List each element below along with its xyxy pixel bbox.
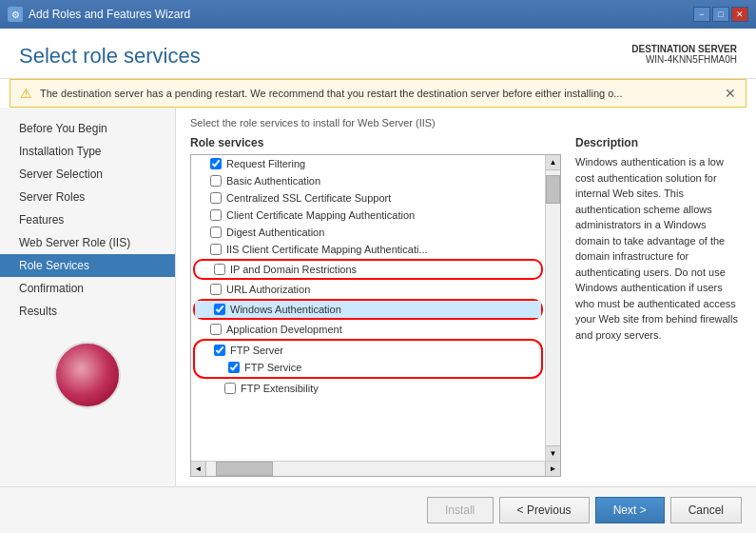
main-window: Select role services DESTINATION SERVER …	[0, 29, 756, 533]
service-label: FTP Extensibility	[241, 383, 319, 394]
title-bar: ⚙ Add Roles and Features Wizard − □ ✕	[0, 0, 756, 29]
list-item[interactable]: IIS Client Certificate Mapping Authentic…	[191, 241, 545, 258]
service-label: FTP Server	[230, 345, 283, 356]
content-area: Before You Begin Installation Type Serve…	[0, 108, 756, 486]
list-item[interactable]: Basic Authentication	[191, 172, 545, 189]
service-label: Basic Authentication	[226, 175, 320, 187]
list-item[interactable]: Digest Authentication	[191, 224, 545, 241]
list-item-ftp-service[interactable]: FTP Service	[195, 359, 541, 376]
page-title: Select role services	[19, 44, 201, 69]
service-checkbox-ip-domain[interactable]	[214, 264, 225, 275]
close-button[interactable]: ✕	[731, 7, 748, 22]
service-label: Windows Authentication	[230, 304, 341, 315]
service-label: Request Filtering	[226, 158, 305, 169]
role-panel: Role services Request Filtering	[190, 136, 742, 477]
h-scroll-thumb[interactable]	[216, 462, 273, 476]
list-item[interactable]: Client Certificate Mapping Authenticatio…	[191, 207, 545, 224]
list-item-ftp-ext[interactable]: FTP Extensibility	[191, 380, 545, 397]
services-header: Role services	[190, 136, 561, 149]
services-panel: Role services Request Filtering	[190, 136, 561, 477]
service-checkbox-client-cert[interactable]	[210, 209, 222, 221]
service-label: Centralized SSL Certificate Support	[226, 192, 391, 204]
sidebar-item-server-roles[interactable]: Server Roles	[0, 186, 175, 208]
services-list[interactable]: Request Filtering Basic Authentication	[191, 155, 545, 461]
services-list-container: Request Filtering Basic Authentication	[190, 154, 561, 477]
server-info: DESTINATION SERVER WIN-4KNN5FHMA0H	[631, 44, 737, 65]
service-checkbox-windows-auth[interactable]	[214, 304, 225, 315]
main-subtitle: Select the role services to install for …	[190, 117, 742, 128]
sidebar-item-before-you-begin[interactable]: Before You Begin	[0, 117, 175, 140]
server-name: WIN-4KNN5FHMA0H	[631, 54, 737, 65]
service-label: Client Certificate Mapping Authenticatio…	[226, 209, 415, 221]
sidebar-item-installation-type[interactable]: Installation Type	[0, 140, 175, 163]
sidebar-item-results[interactable]: Results	[0, 300, 175, 323]
install-button[interactable]: Install	[427, 497, 494, 523]
service-checkbox-ftp-service[interactable]	[228, 362, 240, 373]
footer: Install < Previous Next > Cancel	[0, 486, 756, 533]
horizontal-scrollbar[interactable]: ◄ ►	[191, 461, 560, 476]
previous-button[interactable]: < Previous	[499, 497, 590, 523]
sidebar-item-features[interactable]: Features	[0, 208, 175, 231]
warning-text: The destination server has a pending res…	[40, 88, 622, 99]
service-label: URL Authorization	[226, 284, 310, 295]
h-scroll-track	[206, 462, 545, 476]
service-checkbox-digest[interactable]	[210, 227, 222, 238]
services-scroll-wrapper: Request Filtering Basic Authentication	[191, 155, 560, 461]
service-checkbox-ftp-server[interactable]	[214, 345, 225, 356]
app-icon: ⚙	[8, 7, 23, 22]
scroll-track	[546, 170, 560, 445]
warning-close-button[interactable]: ✕	[725, 86, 736, 101]
next-button[interactable]: Next >	[595, 497, 665, 523]
maximize-button[interactable]: □	[712, 7, 729, 22]
list-item-ftp-server[interactable]: FTP Server	[195, 342, 541, 359]
service-checkbox-iis-cert[interactable]	[210, 244, 222, 255]
cancel-button[interactable]: Cancel	[670, 497, 742, 523]
service-checkbox-app-dev[interactable]	[210, 324, 222, 335]
service-checkbox-url-auth[interactable]	[210, 284, 222, 295]
scroll-down-button[interactable]: ▼	[546, 445, 560, 461]
sidebar-item-web-server-role[interactable]: Web Server Role (IIS)	[0, 231, 175, 254]
scroll-right-button[interactable]: ►	[545, 462, 560, 477]
window-title: Add Roles and Features Wizard	[29, 8, 190, 21]
list-item[interactable]: Application Development	[191, 321, 545, 338]
service-label: FTP Service	[244, 362, 301, 373]
scroll-up-button[interactable]: ▲	[546, 155, 560, 170]
description-panel: Description Windows authentication is a …	[575, 136, 742, 477]
sidebar: Before You Begin Installation Type Serve…	[0, 108, 176, 486]
description-header: Description	[575, 136, 742, 149]
warning-banner: ⚠ The destination server has a pending r…	[10, 79, 746, 108]
service-checkbox-ftp-ext[interactable]	[224, 383, 236, 394]
list-item-ip-domain[interactable]: IP and Domain Restrictions	[195, 261, 541, 278]
warning-icon: ⚠	[20, 86, 32, 101]
service-label: IIS Client Certificate Mapping Authentic…	[226, 244, 428, 255]
list-item[interactable]: URL Authorization	[191, 281, 545, 298]
scrollbar[interactable]: ▲ ▼	[545, 155, 560, 461]
list-item[interactable]: Request Filtering	[191, 155, 545, 172]
title-bar-left: ⚙ Add Roles and Features Wizard	[8, 7, 190, 22]
service-label: IP and Domain Restrictions	[230, 264, 357, 275]
service-checkbox-request-filtering[interactable]	[210, 158, 222, 169]
description-text: Windows authentication is a low cost aut…	[575, 154, 742, 343]
sidebar-logo	[0, 342, 175, 408]
sidebar-item-server-selection[interactable]: Server Selection	[0, 163, 175, 186]
logo	[54, 342, 121, 408]
minimize-button[interactable]: −	[693, 7, 710, 22]
scroll-thumb[interactable]	[546, 175, 560, 204]
main-content: Select the role services to install for …	[176, 108, 756, 486]
window-controls: − □ ✕	[693, 7, 748, 22]
sidebar-item-role-services[interactable]: Role Services	[0, 254, 175, 277]
header: Select role services DESTINATION SERVER …	[0, 29, 756, 79]
list-item[interactable]: Centralized SSL Certificate Support	[191, 189, 545, 207]
service-checkbox-basic-auth[interactable]	[210, 175, 222, 187]
scroll-left-button[interactable]: ◄	[191, 462, 206, 477]
destination-label: DESTINATION SERVER	[631, 44, 737, 54]
service-label: Digest Authentication	[226, 227, 324, 238]
service-label: Application Development	[226, 324, 342, 335]
list-item-windows-auth[interactable]: Windows Authentication	[195, 301, 541, 318]
service-checkbox-ssl[interactable]	[210, 192, 222, 204]
sidebar-item-confirmation[interactable]: Confirmation	[0, 277, 175, 300]
